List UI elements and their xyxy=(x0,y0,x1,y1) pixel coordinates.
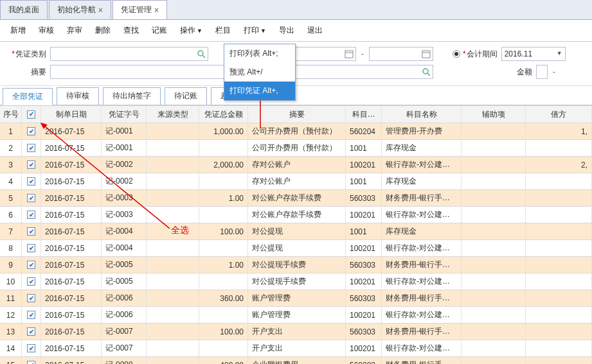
svg-line-8 xyxy=(41,123,170,229)
menu-print-list[interactable]: 打印列表 Alt+; xyxy=(224,44,295,63)
annotation-arrows xyxy=(0,0,592,364)
menu-preview[interactable]: 预览 Alt+/ xyxy=(224,63,295,82)
print-dropdown: 打印列表 Alt+; 预览 Alt+/ 打印凭证 Alt+, xyxy=(224,44,296,101)
menu-print-voucher[interactable]: 打印凭证 Alt+, xyxy=(224,82,295,100)
